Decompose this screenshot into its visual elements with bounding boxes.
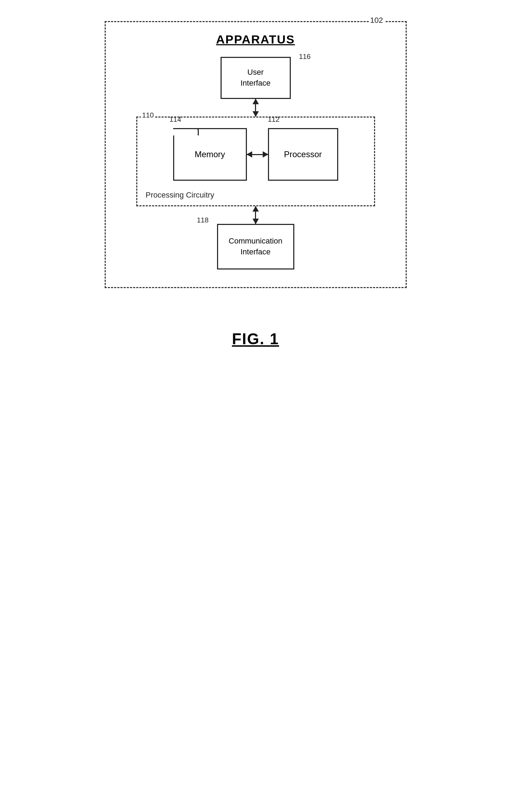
memory-label: Memory	[195, 149, 225, 159]
diagram-area: 102 APPARATUS UserInterface 116 110	[98, 21, 414, 348]
processor-comm-arrow	[255, 206, 256, 224]
apparatus-ref-label: 102	[369, 16, 385, 25]
processor-label: Processor	[284, 149, 322, 159]
memory-processor-arrow	[247, 154, 268, 155]
apparatus-box: 102 APPARATUS UserInterface 116 110	[105, 21, 407, 288]
processing-circuitry-box: 110 114 Memory 112	[136, 117, 375, 206]
comm-interface-box: CommunicationInterface 118	[217, 224, 294, 269]
comm-interface-label: CommunicationInterface	[229, 236, 282, 258]
apparatus-title: APPARATUS	[120, 33, 392, 46]
processing-circuitry-label: Processing Circuitry	[146, 191, 215, 200]
figure-label: FIG. 1	[232, 330, 279, 348]
circuitry-inner-wrapper: 114 Memory 112 Processor	[148, 128, 363, 195]
processor-box: Processor	[268, 128, 338, 181]
memory-ref: 114	[170, 115, 181, 124]
user-interface-box: UserInterface 116	[221, 57, 291, 99]
processing-circuitry-ref: 110	[141, 111, 155, 119]
ui-processor-arrow	[255, 99, 256, 117]
memory-box: Memory	[173, 128, 247, 181]
comm-interface-ref: 118	[197, 215, 209, 225]
processor-ref: 112	[268, 115, 280, 124]
user-interface-label: UserInterface	[241, 67, 271, 89]
user-interface-ref: 116	[299, 52, 310, 61]
